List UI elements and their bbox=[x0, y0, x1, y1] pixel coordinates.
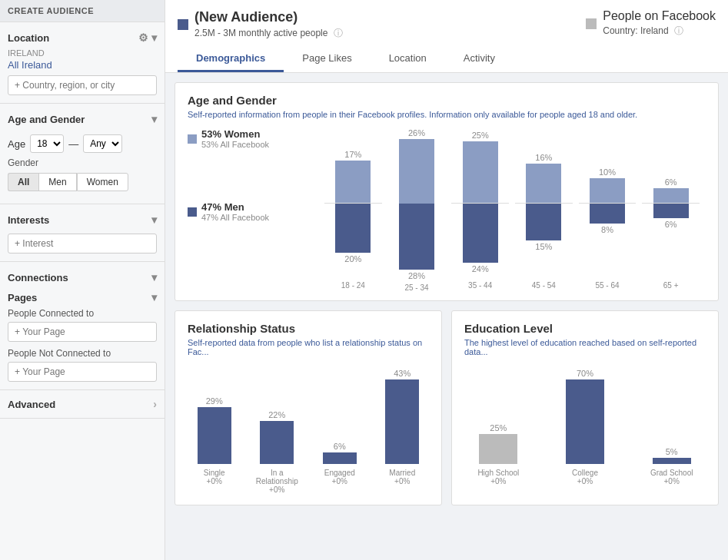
men-bar bbox=[526, 204, 561, 240]
age-group-label: 35 - 44 bbox=[468, 281, 492, 290]
men-sub: 47% All Facebook bbox=[201, 213, 269, 222]
age-label: Age bbox=[8, 138, 25, 150]
two-col-row: Relationship Status Self-reported data f… bbox=[175, 310, 719, 515]
gender-all-button[interactable]: All bbox=[8, 173, 38, 191]
relationship-bar-group: 22% bbox=[251, 410, 304, 464]
tab-activity[interactable]: Activity bbox=[445, 46, 514, 72]
men-bar bbox=[590, 204, 625, 224]
info-icon: ⓘ bbox=[334, 28, 343, 38]
interests-section: Interests ▾ bbox=[0, 204, 165, 262]
location-input[interactable] bbox=[8, 75, 157, 95]
chevron-down-icon[interactable]: ▾ bbox=[151, 31, 157, 44]
men-pct-label: 20% bbox=[344, 254, 361, 263]
audience-count: 2.5M - 3M monthly active people ⓘ bbox=[194, 27, 343, 40]
men-bar bbox=[335, 204, 371, 253]
rel-pct-label: 29% bbox=[206, 396, 223, 406]
women-pct-label: 25% bbox=[472, 131, 489, 140]
tab-location[interactable]: Location bbox=[371, 46, 445, 72]
men-pct: 47% Men bbox=[201, 201, 269, 213]
education-label: High School+0% bbox=[464, 469, 533, 485]
relationship-subtitle: Self-reported data from people who list … bbox=[188, 338, 429, 356]
chevron-down-icon[interactable]: ▾ bbox=[151, 271, 157, 283]
chevron-down-icon[interactable]: ▾ bbox=[151, 291, 157, 303]
advanced-section[interactable]: Advanced › bbox=[0, 390, 165, 419]
men-bar bbox=[653, 204, 689, 218]
education-card: Education Level The highest level of edu… bbox=[451, 310, 719, 505]
tabs-row: Demographics Page Likes Location Activit… bbox=[178, 46, 716, 72]
audience-square-icon bbox=[178, 19, 188, 30]
men-pct-label: 15% bbox=[535, 242, 552, 251]
gender-men-button[interactable]: Men bbox=[38, 173, 76, 191]
content-area: Age and Gender Self-reported information… bbox=[165, 73, 728, 524]
legend-area: 53% Women 53% All Facebook 47% Men 47% A… bbox=[188, 128, 318, 290]
age-max-select[interactable]: Any2434 bbox=[83, 134, 122, 153]
location-label: Location bbox=[8, 32, 49, 44]
women-bar bbox=[463, 141, 498, 203]
age-col: 6%6%65 + bbox=[642, 128, 700, 290]
facebook-audience: People on Facebook Country: Ireland ⓘ bbox=[586, 9, 716, 38]
location-header[interactable]: Location ⚙ ▾ bbox=[8, 30, 157, 48]
women-bar bbox=[335, 161, 371, 203]
men-color-icon bbox=[188, 207, 197, 217]
age-col: 17%20%18 - 24 bbox=[324, 128, 382, 290]
edu-pct-label: 70% bbox=[577, 369, 593, 378]
interests-label: Interests bbox=[8, 214, 49, 226]
women-pct-label: 26% bbox=[408, 128, 425, 138]
chevron-down-icon[interactable]: ▾ bbox=[151, 214, 157, 226]
audience-title: (New Audience) bbox=[194, 9, 343, 25]
relationship-bar bbox=[260, 421, 294, 464]
age-group-label: 45 - 54 bbox=[532, 281, 556, 290]
chevron-down-icon[interactable]: ▾ bbox=[151, 113, 157, 125]
interests-header[interactable]: Interests ▾ bbox=[8, 212, 157, 230]
age-gender-header[interactable]: Age and Gender ▾ bbox=[8, 111, 157, 130]
connections-header[interactable]: Connections ▾ bbox=[8, 270, 157, 288]
facebook-title: People on Facebook bbox=[603, 9, 716, 23]
education-bar-group: 5% bbox=[637, 447, 706, 464]
gender-buttons: All Men Women bbox=[8, 173, 157, 191]
pages-header[interactable]: Pages ▾ bbox=[8, 288, 157, 308]
age-col: 10%8%55 - 64 bbox=[579, 128, 637, 290]
women-bar bbox=[590, 178, 625, 203]
country-label: IRELAND bbox=[8, 48, 157, 58]
education-bar bbox=[566, 379, 604, 464]
women-pct-label: 16% bbox=[535, 153, 552, 162]
women-bar bbox=[399, 139, 434, 204]
main-content: (New Audience) 2.5M - 3M monthly active … bbox=[165, 0, 728, 560]
edu-pct-label: 5% bbox=[666, 447, 678, 456]
relationship-label: In a Relationship+0% bbox=[251, 469, 304, 494]
gender-label: Gender bbox=[8, 157, 157, 168]
education-title: Education Level bbox=[464, 322, 706, 335]
age-gender-title: Age and Gender bbox=[188, 94, 706, 107]
age-gender-chart-area: 53% Women 53% All Facebook 47% Men 47% A… bbox=[188, 128, 706, 290]
interest-input[interactable] bbox=[8, 234, 157, 253]
men-pct-label: 24% bbox=[472, 264, 489, 273]
education-label: College+0% bbox=[551, 469, 620, 485]
people-connected-input[interactable] bbox=[8, 322, 157, 342]
age-col: 26%28%25 - 34 bbox=[388, 128, 446, 290]
gender-women-button[interactable]: Women bbox=[77, 173, 128, 191]
gear-icon[interactable]: ⚙ bbox=[138, 31, 148, 44]
advanced-label: Advanced bbox=[8, 399, 55, 410]
education-label: Grad School+0% bbox=[637, 469, 706, 485]
age-min-select[interactable]: 182125 bbox=[30, 134, 64, 153]
facebook-country: Country: Ireland ⓘ bbox=[603, 25, 716, 38]
fb-square-icon bbox=[586, 18, 597, 29]
relationship-label: Single+0% bbox=[188, 469, 241, 494]
tab-page-likes[interactable]: Page Likes bbox=[284, 46, 370, 72]
men-bar bbox=[399, 204, 434, 270]
education-bar-group: 70% bbox=[551, 369, 620, 464]
main-header: (New Audience) 2.5M - 3M monthly active … bbox=[165, 0, 728, 73]
men-pct-label: 28% bbox=[408, 271, 425, 280]
info-icon-2: ⓘ bbox=[674, 25, 683, 36]
women-color-icon bbox=[188, 134, 197, 144]
connections-section: Connections ▾ Pages ▾ People Connected t… bbox=[0, 262, 165, 390]
age-gender-subtitle: Self-reported information from people in… bbox=[188, 110, 706, 119]
education-subtitle: The highest level of education reached b… bbox=[464, 338, 706, 356]
age-group-label: 65 + bbox=[663, 281, 679, 290]
age-gender-label: Age and Gender bbox=[8, 114, 85, 125]
tab-demographics[interactable]: Demographics bbox=[178, 46, 284, 72]
create-audience-header: CREATE AUDIENCE bbox=[0, 0, 165, 22]
education-bar bbox=[653, 458, 691, 464]
age-gender-section: Age and Gender ▾ Age 182125 — Any2434 Ge… bbox=[0, 104, 165, 204]
people-not-connected-input[interactable] bbox=[8, 362, 157, 382]
